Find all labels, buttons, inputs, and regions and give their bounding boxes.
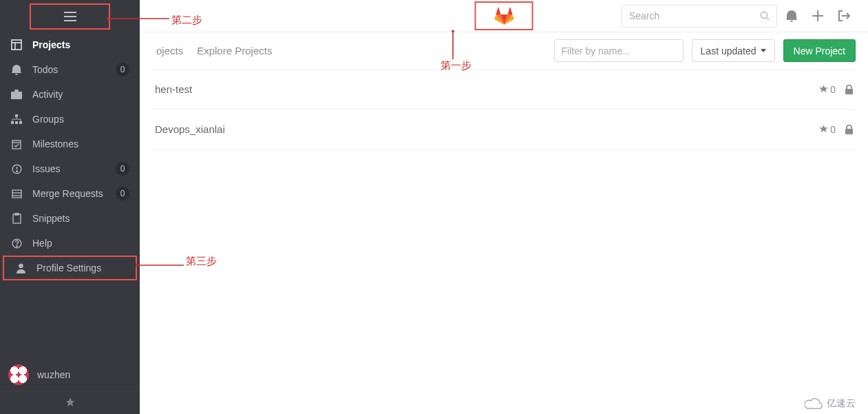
hamburger-icon [64, 12, 76, 21]
avatar [8, 364, 29, 385]
gitlab-logo-icon [494, 6, 514, 25]
search-input[interactable] [629, 10, 760, 21]
sidebar-item-activity[interactable]: Activity [0, 82, 140, 107]
topbar-right [622, 4, 868, 28]
svg-rect-2 [64, 20, 76, 21]
svg-rect-12 [12, 141, 21, 149]
svg-rect-26 [845, 89, 853, 94]
star-value: 0 [830, 84, 836, 95]
star-count: 0 [819, 124, 836, 135]
svg-point-24 [761, 12, 767, 18]
svg-rect-6 [11, 92, 22, 99]
svg-rect-19 [13, 214, 21, 223]
sidebar-item-label: Profile Settings [36, 262, 125, 273]
sidebar-item-label: Groups [32, 114, 129, 125]
briefcase-icon [10, 90, 23, 99]
logo-link[interactable] [475, 1, 533, 30]
count-badge: 0 [116, 63, 129, 76]
new-project-plus-button[interactable] [806, 4, 829, 28]
exclamation-icon [10, 164, 23, 174]
star-value: 0 [830, 124, 836, 135]
project-meta: 0 [819, 84, 856, 95]
svg-point-22 [16, 245, 17, 246]
caret-down-icon [761, 49, 766, 52]
dashboard-icon [10, 39, 23, 50]
hamburger-button[interactable] [30, 3, 110, 30]
topbar [140, 0, 868, 32]
sidebar-item-milestones[interactable]: Milestones [0, 132, 140, 156]
sidebar-item-groups[interactable]: Groups [0, 107, 140, 132]
sidebar-item-label: Issues [32, 163, 106, 174]
count-badge: 0 [116, 187, 129, 200]
svg-rect-20 [15, 213, 19, 215]
svg-rect-11 [19, 121, 22, 124]
project-list: hen-test 0 Devops_xianlai [152, 70, 856, 149]
project-name: Devops_xianlai [152, 123, 819, 135]
pin-icon[interactable] [0, 391, 140, 414]
svg-line-25 [767, 18, 769, 20]
sitemap-icon [10, 114, 23, 124]
sidebar-item-label: Activity [32, 89, 129, 100]
sidebar-item-projects[interactable]: Projects [0, 32, 140, 57]
tab-your-projects[interactable]: ojects [152, 39, 187, 62]
svg-rect-9 [11, 121, 14, 124]
sign-out-button[interactable] [832, 4, 856, 28]
project-tabs: ojects Explore Projects [152, 39, 276, 62]
sidebar-item-label: Help [32, 238, 129, 249]
bell-icon [10, 64, 23, 75]
svg-rect-7 [14, 90, 19, 92]
project-row[interactable]: Devops_xianlai 0 [152, 110, 856, 149]
sidebar-nav: Projects Todos 0 Activity Groups M [0, 32, 140, 320]
svg-rect-3 [12, 40, 21, 50]
lock-icon [845, 85, 853, 94]
svg-rect-27 [845, 129, 853, 134]
projects-subbar: ojects Explore Projects Last updated New… [152, 32, 856, 70]
profile-settings-highlight: Profile Settings [3, 256, 137, 280]
sidebar-user[interactable]: wuzhen [0, 359, 140, 391]
svg-rect-1 [64, 16, 76, 17]
project-row[interactable]: hen-test 0 [152, 70, 856, 110]
sidebar-item-label: Merge Requests [32, 188, 106, 199]
watermark-text: 亿速云 [827, 397, 856, 410]
svg-rect-8 [15, 114, 18, 117]
sort-dropdown[interactable]: Last updated [692, 39, 775, 62]
svg-rect-10 [15, 121, 18, 124]
project-name: hen-test [152, 83, 819, 95]
search-box[interactable] [622, 5, 777, 28]
star-icon [819, 125, 828, 134]
svg-point-23 [19, 263, 23, 268]
sidebar-item-profile-settings[interactable]: Profile Settings [4, 257, 136, 279]
todos-bell-button[interactable] [780, 4, 803, 28]
sidebar-item-help[interactable]: Help [0, 231, 140, 256]
star-icon [819, 85, 828, 94]
new-project-button[interactable]: New Project [783, 39, 856, 62]
svg-rect-0 [64, 12, 76, 13]
svg-point-15 [16, 170, 17, 172]
sidebar-item-snippets[interactable]: Snippets [0, 206, 140, 231]
logo-area [475, 1, 533, 30]
tab-explore-projects[interactable]: Explore Projects [193, 39, 276, 62]
sidebar-item-label: Snippets [32, 213, 129, 224]
watermark: 亿速云 [805, 397, 856, 410]
cloud-icon [805, 397, 823, 410]
sort-dropdown-label: Last updated [701, 45, 756, 56]
sidebar: Projects Todos 0 Activity Groups M [0, 0, 140, 414]
search-icon [760, 11, 770, 21]
calendar-check-icon [10, 139, 23, 149]
user-icon [14, 263, 27, 273]
star-count: 0 [819, 84, 836, 95]
sidebar-item-issues[interactable]: Issues 0 [0, 156, 140, 181]
sidebar-item-todos[interactable]: Todos 0 [0, 57, 140, 82]
clipboard-icon [10, 213, 23, 224]
filter-by-name-input[interactable] [554, 39, 684, 62]
count-badge: 0 [116, 162, 129, 176]
tasks-icon [10, 189, 23, 198]
sidebar-item-merge-requests[interactable]: Merge Requests 0 [0, 181, 140, 206]
sidebar-item-label: Projects [32, 39, 129, 50]
lock-icon [845, 125, 853, 134]
new-project-label: New Project [794, 45, 845, 56]
main: ojects Explore Projects Last updated New… [140, 32, 868, 414]
svg-rect-16 [12, 190, 21, 198]
project-meta: 0 [819, 124, 856, 135]
question-icon [10, 238, 23, 249]
